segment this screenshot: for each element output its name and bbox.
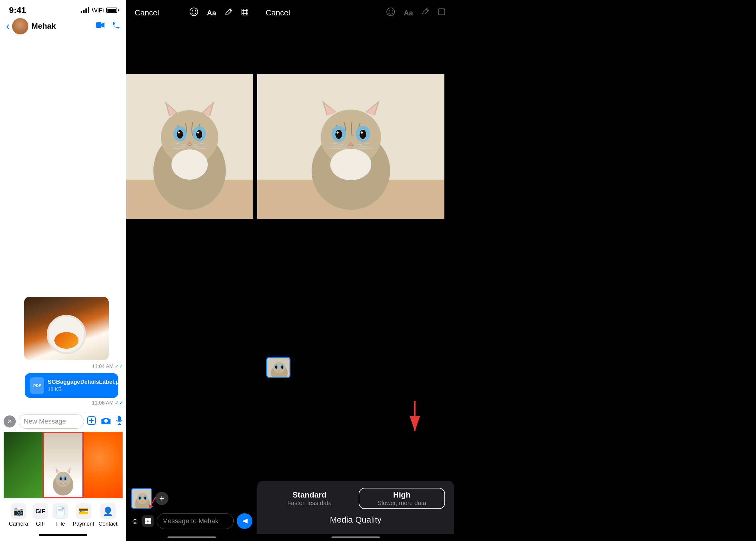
wifi-icon: WiFi xyxy=(92,7,104,14)
editor-cat-photo xyxy=(126,74,253,219)
svg-rect-63 xyxy=(148,518,151,521)
media-thumb-cat-selected[interactable] xyxy=(43,432,84,498)
file-tool[interactable]: 📄 File xyxy=(53,503,68,527)
standard-option-btn[interactable]: Standard Faster, less data xyxy=(266,488,353,509)
high-option-btn[interactable]: High Slower, more data xyxy=(359,488,445,509)
svg-rect-71 xyxy=(439,9,445,15)
svg-point-69 xyxy=(391,10,393,11)
payment-tool-icon: 💳 xyxy=(76,503,92,519)
camera-tool-icon: 📷 xyxy=(11,503,26,519)
pen-editor-icon[interactable] xyxy=(225,8,233,18)
camera-tool[interactable]: 📷 Camera xyxy=(9,503,28,527)
high-quality-option[interactable]: High Slower, more data xyxy=(359,488,445,509)
editor-message-input[interactable]: Message to Mehak xyxy=(157,513,234,529)
message-input[interactable]: New Message xyxy=(19,414,84,429)
home-bar xyxy=(39,534,87,536)
svg-point-13 xyxy=(56,472,71,487)
sticker-quality-icon[interactable] xyxy=(386,7,395,18)
quality-black-middle xyxy=(257,219,454,481)
svg-point-53 xyxy=(172,150,208,180)
contact-tool[interactable]: 👤 Contact xyxy=(99,503,117,527)
chat-messages: 11:04 AM ✓✓ PDF SGBaggageDetailsLabel.pd… xyxy=(0,36,126,411)
svg-point-100 xyxy=(282,365,284,369)
svg-point-24 xyxy=(192,10,193,11)
file-tool-icon: 📄 xyxy=(53,503,68,519)
svg-rect-62 xyxy=(145,518,148,521)
svg-point-23 xyxy=(190,8,198,16)
status-time: 9:41 xyxy=(9,5,26,15)
quality-selected-thumbnail[interactable] xyxy=(266,357,291,378)
emoji-button[interactable]: ☺ xyxy=(131,517,139,526)
signal-icon xyxy=(81,7,89,13)
text-format-quality-icon[interactable]: Aa xyxy=(404,9,413,17)
quality-tools: Aa xyxy=(386,7,445,18)
pdf-filename: SGBaggageDetailsLabel.pdf xyxy=(48,378,124,385)
gif-tool[interactable]: GIF GIF xyxy=(33,503,48,527)
quality-panel: Cancel Aa xyxy=(257,0,454,541)
crop-editor-icon[interactable] xyxy=(241,8,249,18)
standard-quality-option[interactable]: Standard Faster, less data xyxy=(266,488,353,509)
svg-point-20 xyxy=(60,477,62,480)
svg-point-60 xyxy=(144,497,146,500)
camera-tool-label: Camera xyxy=(9,521,28,527)
svg-point-99 xyxy=(275,365,278,369)
red-arrow-quality xyxy=(403,401,427,438)
editor-home-bar xyxy=(168,536,216,538)
send-button[interactable] xyxy=(237,513,253,529)
svg-rect-27 xyxy=(242,9,248,15)
standard-sublabel: Faster, less data xyxy=(288,500,332,507)
editor-top-black xyxy=(126,26,257,74)
mic-icon[interactable] xyxy=(116,416,123,427)
media-strip xyxy=(4,432,123,498)
phone-icon[interactable] xyxy=(112,21,120,31)
back-button[interactable]: ‹ xyxy=(6,20,10,33)
media-thumb-orange[interactable] xyxy=(84,432,123,498)
header-actions xyxy=(96,21,120,31)
svg-point-22 xyxy=(62,480,65,482)
pdf-message[interactable]: PDF SGBaggageDetailsLabel.pdf 18 KB xyxy=(25,373,118,398)
svg-point-84 xyxy=(337,132,339,134)
editor-cancel-button[interactable]: Cancel xyxy=(135,8,159,18)
media-grid-button[interactable] xyxy=(142,515,154,527)
crop-quality-icon[interactable] xyxy=(438,8,445,18)
svg-point-67 xyxy=(387,8,394,16)
quality-home-indicator xyxy=(257,534,454,541)
input-area: ✕ New Message xyxy=(0,411,126,541)
editor-message-placeholder: Message to Mehak xyxy=(163,517,219,525)
video-call-icon[interactable] xyxy=(96,21,105,31)
gif-tool-icon: GIF xyxy=(33,503,48,519)
quality-cancel-button[interactable]: Cancel xyxy=(266,8,290,18)
svg-rect-6 xyxy=(118,416,121,421)
camera-small-icon[interactable] xyxy=(101,417,111,426)
editor-home-indicator xyxy=(126,534,257,541)
editor-header: Cancel Aa xyxy=(126,0,257,26)
editor-bottom: + ↓ ☺ Message to Mehak xyxy=(126,483,257,534)
media-thumb-green[interactable] xyxy=(4,432,43,498)
message-placeholder: New Message xyxy=(24,417,66,425)
pen-quality-icon[interactable] xyxy=(421,8,429,18)
file-tool-label: File xyxy=(56,521,65,527)
input-row: ✕ New Message xyxy=(4,414,123,429)
editor-tools: Aa xyxy=(189,7,249,18)
close-button[interactable]: ✕ xyxy=(4,415,16,427)
bottom-tools: 📷 Camera GIF GIF 📄 File 💳 Payment 👤 Cont… xyxy=(4,498,123,532)
gif-tool-label: GIF xyxy=(36,521,45,527)
contact-name: Mehak xyxy=(31,21,96,31)
editor-input-row: ☺ Message to Mehak xyxy=(131,513,253,529)
payment-tool-label: Payment xyxy=(73,521,94,527)
avatar xyxy=(12,18,28,34)
svg-point-44 xyxy=(178,132,180,134)
quality-cat-photo xyxy=(257,74,444,219)
svg-rect-65 xyxy=(148,521,151,524)
svg-point-5 xyxy=(105,420,107,422)
pdf-timestamp: 11:06 AM ✓✓ xyxy=(3,400,123,406)
chat-header: ‹ Mehak xyxy=(0,16,126,36)
sticker-icon[interactable] xyxy=(87,416,96,427)
quality-options: Standard Faster, less data High Slower, … xyxy=(266,488,445,509)
payment-tool[interactable]: 💳 Payment xyxy=(73,503,94,527)
editor-bottom-black xyxy=(126,219,257,483)
high-label: High xyxy=(393,490,410,500)
sticker-editor-icon[interactable] xyxy=(189,7,198,18)
text-format-icon[interactable]: Aa xyxy=(207,9,216,17)
battery-icon xyxy=(106,8,117,13)
